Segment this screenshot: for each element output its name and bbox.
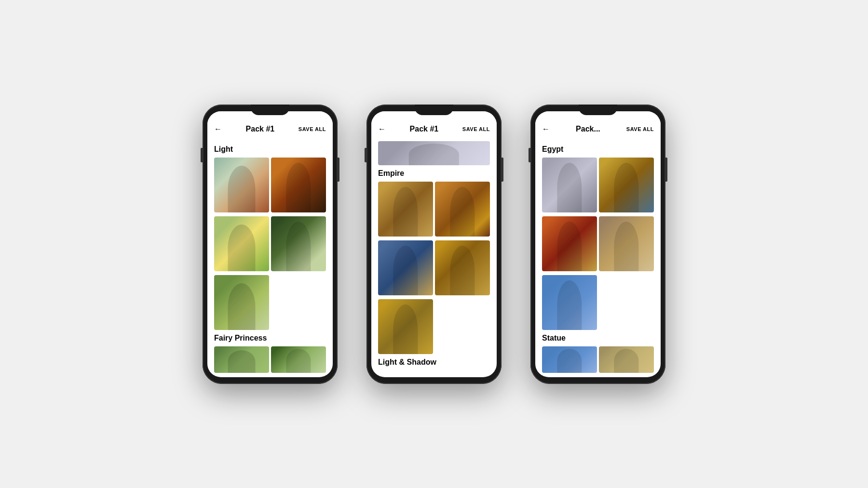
light-grid-row1 [214, 158, 326, 212]
image-p2i4[interactable] [435, 240, 490, 295]
image-p3i2[interactable] [599, 158, 654, 212]
image-p3i4[interactable] [599, 216, 654, 271]
image-p2i3[interactable] [378, 240, 433, 295]
content-2: Empire Light & Shadow [371, 137, 497, 377]
image-p1i6[interactable] [214, 346, 269, 373]
section-title-fairy: Fairy Princess [214, 334, 326, 343]
pack-title-2: Pack #1 [410, 125, 439, 133]
screen-2: ← Pack #1 SAVE ALL Empire [371, 111, 497, 377]
image-p1i5[interactable] [214, 275, 269, 330]
header-3: ← Pack... SAVE ALL [535, 111, 661, 137]
section-title-statue: Statue [542, 334, 654, 343]
screen-3: ← Pack... SAVE ALL Egypt S [535, 111, 661, 377]
section-title-light: Light [214, 145, 326, 154]
phone-3: ← Pack... SAVE ALL Egypt S [530, 105, 665, 384]
image-p1i3[interactable] [214, 216, 269, 271]
screen-1: ← Pack #1 SAVE ALL Light F [207, 111, 333, 377]
image-p3i5[interactable] [542, 275, 597, 330]
image-p2i5[interactable] [378, 299, 433, 354]
image-p2i0-partial[interactable] [378, 141, 490, 165]
empire-single-row [378, 299, 433, 354]
empire-grid-row2 [378, 240, 490, 295]
light-grid-row2 [214, 216, 326, 271]
back-button-3[interactable]: ← [542, 125, 550, 133]
image-p1i2[interactable] [271, 158, 326, 212]
image-p3i7[interactable] [599, 346, 654, 373]
image-p1i4[interactable] [271, 216, 326, 271]
phone-1: ← Pack #1 SAVE ALL Light F [203, 105, 338, 384]
empire-grid-row1 [378, 182, 490, 237]
image-p1i1[interactable] [214, 158, 269, 212]
section-title-light-shadow: Light & Shadow [378, 358, 490, 367]
image-p3i6[interactable] [542, 346, 597, 373]
notch-1 [251, 105, 289, 115]
pack-title-1: Pack #1 [246, 125, 275, 133]
statue-grid [542, 346, 654, 373]
header-1: ← Pack #1 SAVE ALL [207, 111, 333, 137]
image-p2i2[interactable] [435, 182, 490, 237]
section-title-empire: Empire [378, 169, 490, 178]
image-p1i7[interactable] [271, 346, 326, 373]
save-all-button-3[interactable]: SAVE ALL [626, 126, 654, 132]
image-p2i1[interactable] [378, 182, 433, 237]
content-1: Light Fairy Princess [207, 137, 333, 377]
image-p3i1[interactable] [542, 158, 597, 212]
notch-2 [415, 105, 453, 115]
save-all-button-1[interactable]: SAVE ALL [298, 126, 326, 132]
pack-title-3: Pack... [576, 125, 600, 133]
egypt-grid-row1 [542, 158, 654, 212]
egypt-grid-row2 [542, 216, 654, 271]
phone-2: ← Pack #1 SAVE ALL Empire [366, 105, 502, 384]
light-grid-row3 [214, 275, 326, 330]
section-title-egypt: Egypt [542, 145, 654, 154]
image-p3i3[interactable] [542, 216, 597, 271]
content-3: Egypt Statue [535, 137, 661, 377]
phones-container: ← Pack #1 SAVE ALL Light F [203, 105, 665, 384]
back-button-2[interactable]: ← [378, 125, 386, 133]
fairy-grid [214, 346, 326, 373]
partial-top-container [378, 141, 490, 165]
header-2: ← Pack #1 SAVE ALL [371, 111, 497, 137]
save-all-button-2[interactable]: SAVE ALL [462, 126, 490, 132]
egypt-single-row [542, 275, 597, 330]
notch-3 [579, 105, 617, 115]
back-button-1[interactable]: ← [214, 125, 222, 133]
